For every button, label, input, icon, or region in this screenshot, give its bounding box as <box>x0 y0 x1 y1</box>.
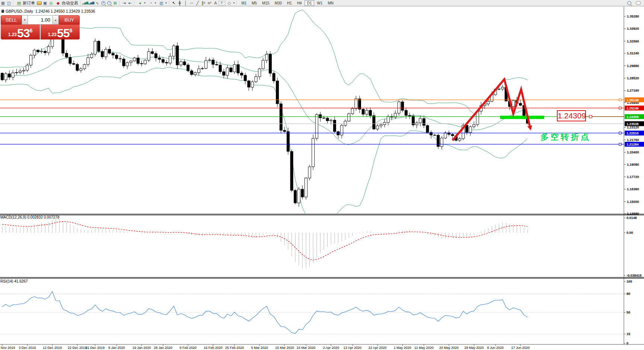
date-tick: 12 Dec 2019 <box>43 346 62 350</box>
date-tick: 22 Dec 2019 <box>68 346 87 350</box>
price-badge: 1.23536 <box>627 122 639 126</box>
price-tick: 1.32560 <box>627 39 639 43</box>
period-button[interactable]: ◔▾ <box>147 0 157 6</box>
date-tick: 15 Mar 2020 <box>275 346 294 350</box>
market-watch-icon[interactable]: ◫ <box>6 0 12 6</box>
timeframe-W1[interactable]: W1 <box>314 0 325 6</box>
auto-trading-button[interactable]: ◆ 自动交易 <box>54 0 79 6</box>
buy-price-big: 55 <box>57 28 70 38</box>
date-tick: 20 May 2020 <box>439 346 459 350</box>
date-tick: 29 May 2020 <box>464 346 484 350</box>
separator <box>13 1 14 5</box>
buy-price-prefix: 1.23 <box>48 32 57 37</box>
search-icon[interactable] <box>626 0 632 6</box>
rsi-tick: 50 <box>627 311 630 314</box>
price-tick: 1.29880 <box>627 64 639 68</box>
price-tick: 1.33920 <box>627 27 639 31</box>
timeframe-H4[interactable]: H4 <box>294 0 305 6</box>
signal-icon[interactable]: ◎ <box>48 0 54 6</box>
gold-icon[interactable] <box>36 0 42 6</box>
new-order-icon: ▤ <box>16 0 22 6</box>
price-badge: 1.22510 <box>627 131 639 135</box>
date-tick: 5 Mar 2020 <box>251 346 268 350</box>
date-tick: 3 Dec 2019 <box>19 346 36 350</box>
cursor-icon[interactable]: ↖ <box>171 0 177 6</box>
add-indicator-button[interactable]: ＋▾ <box>136 0 147 6</box>
separator <box>119 1 120 5</box>
new-order-button[interactable]: ▤ 新订单 <box>15 0 36 6</box>
zoom-out-icon[interactable]: − <box>106 0 112 6</box>
timeframe-D1[interactable]: D1 <box>305 0 315 6</box>
volume-increase-button[interactable]: ▴ <box>52 15 59 25</box>
sell-button[interactable]: SELL <box>1 15 22 25</box>
channel-icon[interactable]: ∥E <box>201 0 207 6</box>
text-icon[interactable]: A <box>213 0 219 6</box>
chart-shift-icon[interactable]: ⇤ <box>127 0 133 6</box>
support-bar[interactable] <box>500 116 544 119</box>
date-tick: Nov 2019 <box>1 346 15 350</box>
chart-canvas[interactable]: 1.352801.339201.325601.312401.298801.285… <box>0 0 644 350</box>
trendline-icon[interactable]: ╱ <box>195 0 201 6</box>
timeframe-M1[interactable]: M1 <box>239 0 249 6</box>
price-tick: 1.19080 <box>627 163 639 166</box>
auto-scroll-icon[interactable]: ⇥ <box>121 0 127 6</box>
date-tick: 11 May 2020 <box>414 346 433 350</box>
separator <box>169 1 170 5</box>
price-tick: 1.20400 <box>627 150 639 154</box>
date-tick: 9 Jan 2020 <box>108 346 125 350</box>
date-tick: 28 Jan 2020 <box>154 346 172 350</box>
buy-price[interactable]: 1.23 55 8 <box>41 25 80 39</box>
price-tick: 1.28520 <box>627 76 639 80</box>
timeframe-MN[interactable]: MN <box>325 0 336 6</box>
chart-type-button[interactable]: ▥▾ <box>157 0 168 6</box>
separator <box>237 1 237 5</box>
price-badge: 1.24309 <box>627 115 639 119</box>
arrows-button[interactable]: ◇▾ <box>225 0 236 6</box>
zoom-in-icon[interactable]: + <box>100 0 106 6</box>
volume-input[interactable] <box>28 15 52 25</box>
horizontal-line-icon[interactable]: ─ <box>189 0 195 6</box>
text-label-icon[interactable]: T <box>219 1 225 6</box>
mt4-window: ▦ ◫ ▤ 新订单 ▣ ◎ ◆ 自动交易 ▂▅▇ ▂▅▇ ∿ + − ⊞ ⇥ ⇤… <box>0 0 644 350</box>
crosshair-icon[interactable]: ╋ <box>177 0 183 6</box>
separator <box>134 1 135 5</box>
price-tick: 1.17720 <box>627 175 639 179</box>
sell-price-big: 53 <box>17 28 30 38</box>
fibonacci-icon[interactable]: ≡F <box>207 0 213 6</box>
volume-decrease-button[interactable]: ▾ <box>22 15 28 25</box>
date-tick: 24 Mar 2020 <box>297 346 316 350</box>
price-callout[interactable]: 1.24309 <box>557 110 586 121</box>
macd-label: MACD(12,26,9) 0.002832 0.007278 <box>0 215 59 219</box>
add-indicator-icon: ＋ <box>137 0 143 6</box>
price-tick: 1.23120 <box>627 125 639 129</box>
rsi-tick: 15 <box>627 332 630 336</box>
bar-chart-up-icon[interactable]: ▂▅▇ <box>88 0 94 6</box>
date-tick: 2 Apr 2020 <box>323 346 339 350</box>
separator <box>80 1 81 5</box>
chat-icon[interactable] <box>635 0 641 6</box>
timeframe-M15[interactable]: M15 <box>259 0 272 6</box>
terminal-icon[interactable]: ▣ <box>42 0 48 6</box>
date-tick: 6 Feb 2020 <box>179 346 197 350</box>
annotation-note[interactable]: 多空转折点 <box>541 131 591 143</box>
main-toolbar: ▦ ◫ ▤ 新订单 ▣ ◎ ◆ 自动交易 ▂▅▇ ▂▅▇ ∿ + − ⊞ ⇥ ⇤… <box>0 0 644 6</box>
timeframe-M5[interactable]: M5 <box>249 0 259 6</box>
rsi-label: RSI(14) 41.6267 <box>0 279 28 283</box>
tile-windows-icon[interactable]: ⊞ <box>112 0 118 6</box>
vertical-line-icon[interactable]: │ <box>183 0 189 6</box>
rsi-tick: 80 <box>627 292 630 296</box>
price-tick: 1.16360 <box>627 187 639 191</box>
sell-price[interactable]: 1.23 53 6 <box>1 25 40 39</box>
price-badge: 1.26148 <box>627 98 639 102</box>
buy-button[interactable]: BUY <box>59 15 80 25</box>
price-badge: 1.21284 <box>627 143 639 146</box>
timeframe-M30[interactable]: M30 <box>272 0 284 6</box>
macd-tick: -0.038415 <box>627 274 642 277</box>
date-tick: 8 Jun 2020 <box>487 346 504 350</box>
line-study-icon[interactable]: ∿ <box>94 0 100 6</box>
chart-window-icon[interactable]: ▦ <box>0 0 6 6</box>
price-tick: 1.35280 <box>627 15 639 18</box>
bar-chart-icon[interactable]: ▂▅▇ <box>82 0 88 6</box>
date-tick: 25 Feb 2020 <box>225 346 244 350</box>
timeframe-H1[interactable]: H1 <box>284 0 294 6</box>
